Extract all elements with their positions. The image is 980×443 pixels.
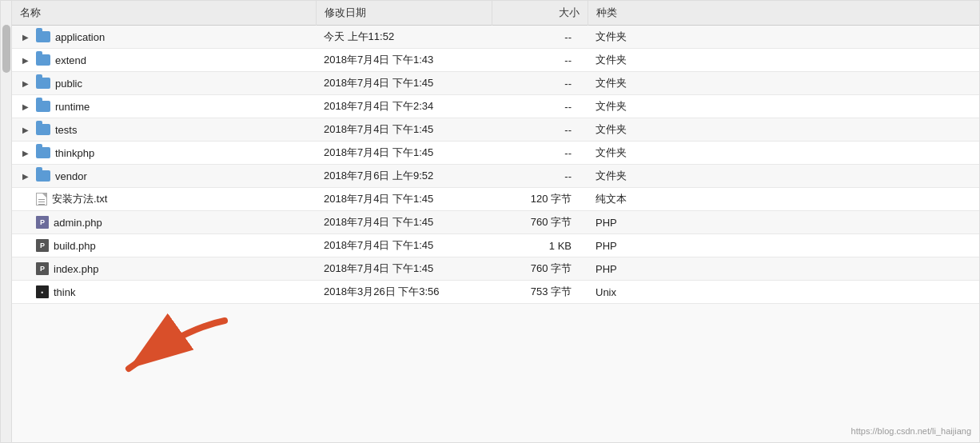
file-date-cell: 2018年7月4日 下午1:45 [316, 257, 492, 281]
file-size-cell: -- [492, 165, 588, 188]
watermark: https://blog.csdn.net/li_haijiang [851, 426, 971, 436]
file-name-cell: ▶public [12, 72, 316, 95]
table-row[interactable]: 安装方法.txt2018年7月4日 下午1:45120 字节纯文本 [12, 188, 979, 211]
file-date-cell: 2018年7月6日 上午9:52 [316, 165, 492, 188]
expand-arrow-icon[interactable]: ▶ [20, 170, 31, 182]
file-type-cell: Unix [588, 281, 979, 304]
file-size-cell: 760 字节 [492, 257, 588, 281]
file-type-cell: PHP [588, 211, 979, 234]
file-name-label: index.php [54, 263, 98, 275]
file-date-cell: 今天 上午11:52 [316, 26, 492, 49]
file-type-cell: 文件夹 [588, 118, 979, 142]
file-type-cell: PHP [588, 257, 979, 281]
txt-icon [36, 193, 47, 206]
file-name-label: extend [55, 54, 86, 66]
file-browser: 名称 修改日期 大小 种类 ▶application今天 上午11:52--文件… [0, 0, 980, 443]
file-size-cell: -- [492, 95, 588, 118]
file-date-cell: 2018年7月4日 下午1:45 [316, 234, 492, 257]
table-header-row: 名称 修改日期 大小 种类 [12, 1, 979, 26]
expand-arrow-icon[interactable]: ▶ [20, 124, 31, 135]
file-name-label: 安装方法.txt [52, 192, 107, 206]
expand-arrow-icon[interactable]: ▶ [20, 54, 31, 66]
folder-icon [36, 31, 50, 42]
file-name-label: public [55, 78, 82, 90]
file-name-cell: ▶tests [12, 118, 316, 142]
php-dark-icon [36, 239, 49, 252]
file-name-label: build.php [54, 240, 96, 252]
folder-icon [36, 54, 50, 66]
expand-arrow-icon[interactable]: ▶ [20, 147, 31, 158]
file-name-label: vendor [55, 170, 87, 182]
file-name-label: application [55, 31, 105, 43]
file-size-cell: 120 字节 [492, 188, 588, 211]
file-name-cell: admin.php [12, 211, 316, 234]
expand-arrow-icon[interactable]: ▶ [20, 31, 31, 42]
folder-icon [36, 101, 50, 112]
column-header-size[interactable]: 大小 [492, 1, 588, 26]
table-container: 名称 修改日期 大小 种类 ▶application今天 上午11:52--文件… [12, 1, 979, 442]
file-name-label: runtime [55, 101, 90, 113]
table-row[interactable]: build.php2018年7月4日 下午1:451 KBPHP [12, 234, 979, 257]
column-header-date[interactable]: 修改日期 [316, 1, 492, 26]
php-icon [36, 216, 49, 229]
file-date-cell: 2018年7月4日 下午1:45 [316, 211, 492, 234]
table-row[interactable]: ▶application今天 上午11:52--文件夹 [12, 26, 979, 49]
expand-arrow-icon [20, 263, 31, 274]
column-header-type[interactable]: 种类 [588, 1, 979, 26]
table-row[interactable]: ▶runtime2018年7月4日 下午2:34--文件夹 [12, 95, 979, 118]
file-name-cell: think [12, 281, 316, 304]
file-name-label: think [54, 286, 75, 298]
folder-icon [36, 170, 50, 182]
folder-icon [36, 147, 50, 158]
expand-arrow-icon[interactable]: ▶ [20, 101, 31, 112]
file-date-cell: 2018年7月4日 下午1:45 [316, 188, 492, 211]
file-name-cell: build.php [12, 234, 316, 257]
file-name-cell: ▶runtime [12, 95, 316, 118]
file-date-cell: 2018年7月4日 下午1:45 [316, 142, 492, 165]
file-size-cell: -- [492, 26, 588, 49]
file-type-cell: 文件夹 [588, 142, 979, 165]
file-size-cell: -- [492, 142, 588, 165]
file-name-cell: 安装方法.txt [12, 188, 316, 211]
table-row[interactable]: ▶thinkphp2018年7月4日 下午1:45--文件夹 [12, 142, 979, 165]
file-type-cell: 文件夹 [588, 72, 979, 95]
expand-arrow-icon[interactable]: ▶ [20, 78, 31, 89]
table-row[interactable]: think2018年3月26日 下午3:56753 字节Unix [12, 281, 979, 304]
file-date-cell: 2018年3月26日 下午3:56 [316, 281, 492, 304]
folder-icon [36, 78, 50, 89]
scrollbar[interactable] [1, 1, 12, 442]
table-row[interactable]: ▶tests2018年7月4日 下午1:45--文件夹 [12, 118, 979, 142]
php-dark-icon [36, 262, 49, 275]
file-name-cell: ▶thinkphp [12, 142, 316, 165]
file-name-cell: ▶vendor [12, 165, 316, 188]
unix-icon [36, 285, 49, 298]
scroll-thumb[interactable] [2, 25, 10, 73]
file-size-cell: -- [492, 49, 588, 72]
table-row[interactable]: admin.php2018年7月4日 下午1:45760 字节PHP [12, 211, 979, 234]
file-date-cell: 2018年7月4日 下午2:34 [316, 95, 492, 118]
file-type-cell: PHP [588, 234, 979, 257]
file-name-cell: ▶extend [12, 49, 316, 72]
expand-arrow-icon [20, 194, 31, 205]
file-type-cell: 文件夹 [588, 26, 979, 49]
file-date-cell: 2018年7月4日 下午1:45 [316, 72, 492, 95]
expand-arrow-icon [20, 286, 31, 297]
column-header-name[interactable]: 名称 [12, 1, 316, 26]
file-name-label: tests [55, 124, 77, 136]
file-size-cell: -- [492, 72, 588, 95]
file-name-label: admin.php [54, 217, 102, 229]
file-name-label: thinkphp [55, 147, 94, 159]
expand-arrow-icon [20, 240, 31, 251]
table-row[interactable]: ▶vendor2018年7月6日 上午9:52--文件夹 [12, 165, 979, 188]
file-name-cell: index.php [12, 257, 316, 281]
file-type-cell: 文件夹 [588, 165, 979, 188]
file-type-cell: 纯文本 [588, 188, 979, 211]
file-type-cell: 文件夹 [588, 49, 979, 72]
table-row[interactable]: ▶extend2018年7月4日 下午1:43--文件夹 [12, 49, 979, 72]
table-row[interactable]: ▶public2018年7月4日 下午1:45--文件夹 [12, 72, 979, 95]
file-size-cell: 760 字节 [492, 211, 588, 234]
file-table: 名称 修改日期 大小 种类 ▶application今天 上午11:52--文件… [12, 1, 979, 304]
file-date-cell: 2018年7月4日 下午1:45 [316, 118, 492, 142]
table-row[interactable]: index.php2018年7月4日 下午1:45760 字节PHP [12, 257, 979, 281]
file-size-cell: 1 KB [492, 234, 588, 257]
